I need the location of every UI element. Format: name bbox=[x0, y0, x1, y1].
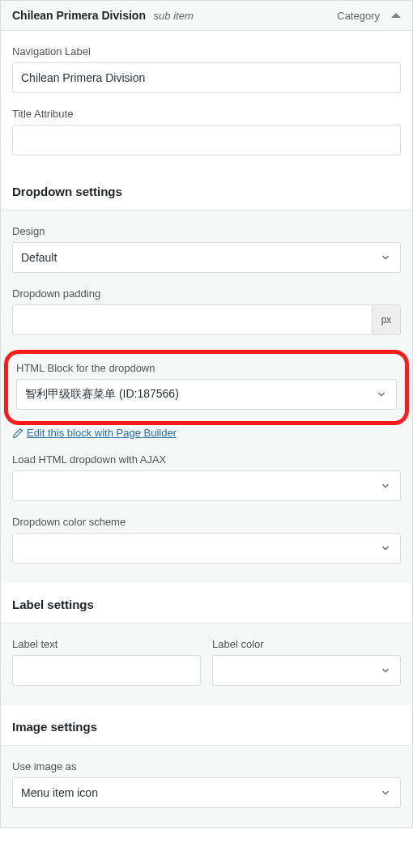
label-text-label: Label text bbox=[12, 638, 201, 650]
edit-block-link[interactable]: Edit this block with Page Builder bbox=[12, 427, 177, 439]
html-block-select-wrap bbox=[16, 379, 397, 410]
image-settings-heading: Image settings bbox=[12, 720, 401, 745]
ajax-select[interactable] bbox=[12, 470, 401, 501]
title-attribute-label: Title Attribute bbox=[12, 108, 401, 120]
design-select[interactable] bbox=[12, 242, 401, 273]
collapse-up-icon[interactable] bbox=[391, 13, 401, 18]
ajax-label: Load HTML dropdown with AJAX bbox=[12, 453, 401, 466]
html-block-select[interactable] bbox=[16, 379, 397, 410]
use-image-label: Use image as bbox=[12, 760, 401, 772]
panel-subtitle: sub item bbox=[154, 10, 194, 22]
design-select-wrap bbox=[12, 242, 401, 273]
color-scheme-select-wrap bbox=[12, 533, 401, 564]
dropdown-settings-heading: Dropdown settings bbox=[12, 185, 401, 210]
panel-header-right: Category bbox=[337, 10, 401, 22]
color-scheme-label: Dropdown color scheme bbox=[12, 516, 401, 528]
label-two-col: Label text Label color bbox=[12, 638, 401, 700]
html-block-label: HTML Block for the dropdown bbox=[16, 362, 397, 374]
use-image-select[interactable] bbox=[12, 777, 401, 808]
design-label: Design bbox=[12, 225, 401, 237]
menu-item-panel: Chilean Primera Division sub item Catego… bbox=[0, 0, 413, 828]
title-attribute-input[interactable] bbox=[12, 125, 401, 155]
color-scheme-select[interactable] bbox=[12, 533, 401, 564]
label-color-select-wrap bbox=[212, 655, 401, 686]
dropdown-padding-input[interactable] bbox=[12, 304, 372, 335]
label-text-input[interactable] bbox=[12, 655, 201, 686]
use-image-select-wrap bbox=[12, 777, 401, 808]
image-settings-panel: Use image as bbox=[1, 746, 412, 828]
label-color-select[interactable] bbox=[212, 655, 401, 686]
label-settings-panel: Label text Label color bbox=[1, 623, 412, 705]
item-type-label: Category bbox=[337, 10, 380, 22]
label-settings-heading: Label settings bbox=[12, 598, 401, 623]
dropdown-padding-label: Dropdown padding bbox=[12, 287, 401, 300]
dropdown-settings-panel: Design Dropdown padding px HTML Block fo… bbox=[1, 211, 412, 583]
panel-body: Navigation Label Title Attribute Dropdow… bbox=[1, 31, 412, 828]
dropdown-padding-group: px bbox=[12, 304, 401, 335]
panel-header[interactable]: Chilean Primera Division sub item Catego… bbox=[1, 1, 412, 31]
navigation-label-input[interactable] bbox=[12, 62, 401, 93]
label-color-label: Label color bbox=[212, 638, 401, 650]
edit-block-link-text: Edit this block with Page Builder bbox=[27, 427, 177, 439]
panel-title: Chilean Primera Division bbox=[12, 9, 146, 22]
navigation-label-label: Navigation Label bbox=[12, 45, 401, 57]
panel-title-wrap: Chilean Primera Division sub item bbox=[12, 9, 194, 22]
padding-unit-addon: px bbox=[372, 304, 401, 335]
pencil-icon bbox=[12, 428, 23, 439]
html-block-highlight: HTML Block for the dropdown bbox=[4, 350, 409, 425]
ajax-select-wrap bbox=[12, 470, 401, 501]
